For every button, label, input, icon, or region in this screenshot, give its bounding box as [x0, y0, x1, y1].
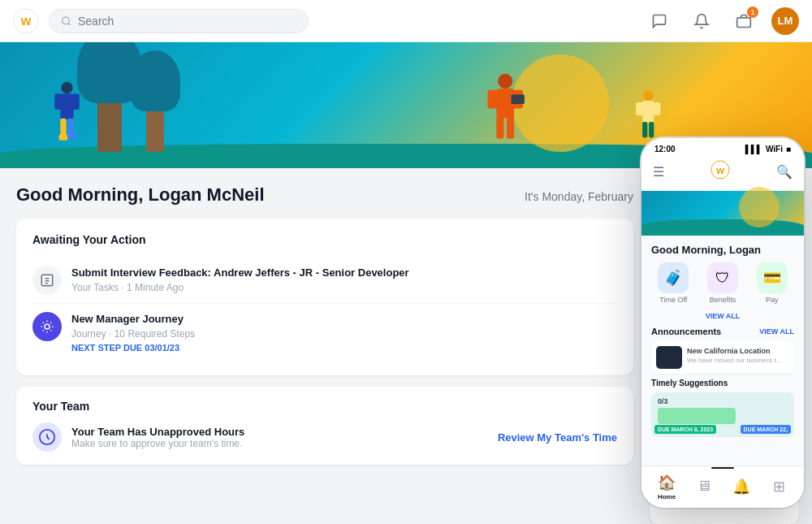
left-panel: Good Morning, Logan McNeil It's Monday, … [0, 168, 650, 524]
phone-icon-timeoff[interactable]: 🧳 Time Off [651, 262, 696, 304]
phone-logo: w [710, 160, 730, 184]
phone-nav-grid[interactable]: ⊞ [760, 478, 797, 497]
phone-due-badge-1: DUE MARCH 8, 2023 [654, 425, 716, 434]
hero-figure-2 [483, 72, 528, 154]
svg-rect-3 [737, 17, 751, 27]
phone-nav-indicator [711, 467, 734, 469]
phone-bottom-nav: 🏠 Home 🖥 🔔 ⊞ [641, 466, 804, 508]
phone-pay-label: Pay [766, 296, 779, 304]
phone-due-badge-2: DUE MARCH 22, [741, 425, 791, 434]
svg-rect-20 [642, 101, 654, 123]
phone-ann-content-1: New California Location We have moved ou… [687, 346, 781, 369]
phone-icon-benefits[interactable]: 🛡 Benefits [701, 262, 745, 304]
team-alert-icon [32, 422, 62, 452]
svg-rect-17 [508, 117, 515, 139]
wifi-icon: WiFi [766, 145, 783, 154]
phone-icons-row: 🧳 Time Off 🛡 Benefits 💳 Pay [651, 262, 794, 304]
phone-ann-thumb-1 [656, 346, 682, 369]
phone-time: 12:00 [654, 145, 676, 154]
awaiting-action-title: Awaiting Your Action [32, 233, 617, 246]
svg-rect-18 [512, 94, 525, 104]
svg-rect-5 [60, 93, 73, 119]
phone-timeoff-circle: 🧳 [658, 262, 689, 293]
phone-timeoff-label: Time Off [659, 296, 687, 304]
action-item-1: Submit Interview Feedback: Andrew Jeffer… [32, 258, 617, 304]
action-content-1: Submit Interview Feedback: Andrew Jeffer… [71, 266, 409, 293]
search-icon [61, 15, 71, 27]
nav-right-icons: 1 LM [645, 6, 799, 36]
battery-icon: ■ [786, 145, 791, 154]
team-alert-sub: Make sure to approve your team's time. [71, 438, 244, 449]
action-icon-submit [32, 266, 62, 295]
phone-ann-title-1: New California Location [687, 346, 781, 357]
phone-announcements-header: Announcements VIEW ALL [651, 327, 794, 336]
avatar[interactable]: LM [771, 7, 799, 35]
phone-nav-home[interactable]: 🏠 Home [648, 474, 685, 500]
svg-rect-7 [72, 93, 80, 110]
svg-point-12 [499, 74, 513, 89]
svg-rect-11 [67, 133, 76, 139]
phone-icon-pay[interactable]: 💳 Pay [749, 262, 794, 304]
hero-figure-1 [49, 80, 85, 154]
phone-timely-title: Timely Suggestions [651, 379, 794, 388]
action-item-2: New Manager Journey Journey · 10 Require… [32, 304, 617, 361]
phone-status-bar: 12:00 ▌▌▌ WiFi ■ [641, 138, 804, 157]
phone-ann-sub-1: We have moved our business t... [687, 357, 781, 364]
phone-bell-icon: 🔔 [732, 478, 750, 496]
phone-announcements-viewall[interactable]: VIEW ALL [759, 327, 794, 336]
team-alert: Your Team Has Unapproved Hours Make sure… [32, 422, 617, 452]
svg-rect-22 [653, 102, 660, 115]
svg-point-2 [63, 17, 70, 24]
briefcase-button[interactable]: 1 [729, 6, 758, 36]
greeting-text: Good Morning, Logan McNeil [16, 184, 265, 206]
phone-view-all[interactable]: VIEW ALL [651, 312, 794, 320]
greeting-row: Good Morning, Logan McNeil It's Monday, … [16, 184, 633, 206]
action-sub-1: Your Tasks · 1 Minute Ago [71, 282, 409, 293]
team-alert-title: Your Team Has Unapproved Hours [71, 426, 244, 438]
message-button[interactable] [645, 6, 674, 36]
phone-ann-item-1: New California Location We have moved ou… [651, 341, 794, 374]
search-bar[interactable] [49, 9, 309, 33]
review-team-link[interactable]: Review My Team's Time [498, 431, 617, 444]
phone-grid-icon: ⊞ [773, 478, 785, 496]
action-title-1: Submit Interview Feedback: Andrew Jeffer… [71, 266, 409, 280]
briefcase-badge: 1 [747, 6, 758, 18]
bell-icon [693, 13, 710, 29]
phone-status-icons: ▌▌▌ WiFi ■ [745, 145, 791, 154]
message-icon [651, 13, 667, 29]
svg-rect-16 [497, 117, 504, 139]
phone-home-icon: 🏠 [658, 474, 676, 492]
phone-menu-icon[interactable]: ☰ [653, 164, 664, 180]
phone-greeting: Good Morning, Logan [651, 236, 794, 262]
top-navigation: w 1 LM [0, 0, 812, 42]
action-sub-2: Journey · 10 Required Steps [71, 328, 195, 340]
phone-search-icon[interactable]: 🔍 [776, 164, 793, 180]
svg-rect-14 [488, 90, 499, 109]
svg-text:w: w [20, 14, 32, 28]
action-title-2: New Manager Journey [71, 312, 195, 327]
app-logo[interactable]: w [13, 8, 39, 34]
svg-rect-24 [649, 122, 654, 138]
phone-announcements-title: Announcements [651, 327, 721, 336]
search-input[interactable] [78, 15, 296, 28]
awaiting-action-card: Awaiting Your Action Submit Interview Fe… [16, 219, 633, 375]
action-link-2[interactable]: NEXT STEP DUE 03/01/23 [71, 343, 195, 353]
phone-overlay: 12:00 ▌▌▌ WiFi ■ ☰ w 🔍 Good Morning, Log… [641, 138, 804, 508]
phone-hero [641, 191, 804, 236]
svg-point-26 [45, 324, 50, 329]
team-alert-text: Your Team Has Unapproved Hours Make sure… [71, 426, 244, 449]
phone-content: Good Morning, Logan 🧳 Time Off 🛡 Benefit… [641, 236, 804, 492]
phone-desk-icon: 🖥 [697, 478, 711, 495]
phone-nav-desk[interactable]: 🖥 [685, 478, 723, 496]
phone-nav-bell[interactable]: 🔔 [723, 478, 760, 497]
svg-point-19 [643, 91, 653, 101]
bell-button[interactable] [687, 6, 716, 36]
svg-rect-21 [636, 102, 643, 115]
svg-rect-6 [54, 93, 62, 110]
date-text: It's Monday, February [525, 190, 633, 203]
svg-rect-23 [642, 122, 647, 138]
action-icon-journey [32, 312, 62, 341]
svg-rect-10 [59, 135, 68, 141]
phone-timely-card: 0/3 DUE MARCH 8, 2023 DUE MARCH 22, [651, 392, 794, 437]
svg-text:w: w [715, 164, 725, 176]
